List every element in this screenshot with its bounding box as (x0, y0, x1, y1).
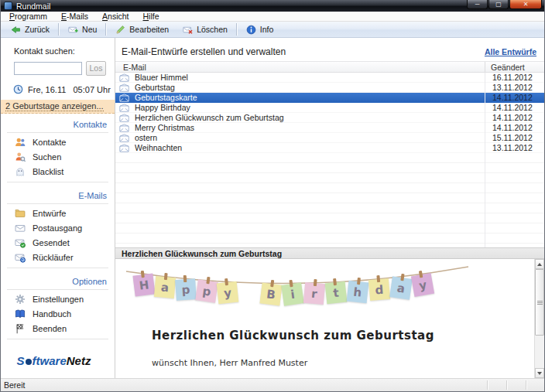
delete-button[interactable]: Löschen (176, 23, 235, 36)
email-date: 13.11.2012 (485, 143, 544, 152)
datetime-text: Fre, 16.11 05:07 Uhr (28, 85, 111, 94)
clothespin-icon (206, 277, 210, 284)
section-header: Optionen (1, 277, 115, 286)
logo-dot-icon (26, 359, 32, 365)
minimize-button[interactable]: ─ (467, 0, 488, 9)
email-name: Blauer Himmel (135, 73, 485, 82)
handbook-book-icon (15, 308, 26, 319)
email-row[interactable]: Geburtstag13.11.2012 (115, 83, 544, 93)
softwarenetz-logo: SftwareNetz (1, 354, 107, 367)
banner-letter: d (375, 282, 384, 297)
sidebar-item-beenden[interactable]: Beenden (1, 322, 115, 336)
banner-letter: p (201, 284, 211, 298)
contacts-icon (15, 137, 26, 148)
page-title: E-Mail-Entwürfe erstellen und verwalten (122, 46, 286, 57)
all-drafts-link[interactable]: Alle Entwürfe (485, 47, 536, 56)
birthday-banner-image: HappyBirthday (123, 262, 471, 324)
menu-item-programm[interactable]: Programm (2, 12, 54, 21)
banner-letter: y (418, 278, 428, 292)
banner-card: y (217, 281, 239, 305)
birthday-alert[interactable]: 2 Geburtstage anzeigen... (1, 100, 115, 114)
sidebar-item-gesendet[interactable]: Gesendet (1, 236, 115, 250)
section-header: E-Mails (1, 191, 115, 200)
search-go-button[interactable]: Los (86, 61, 106, 76)
preview-scrollbar[interactable] (534, 259, 544, 378)
clothespin-icon (376, 275, 380, 282)
info-button[interactable]: Info (239, 23, 281, 36)
section-divider (7, 339, 108, 339)
email-date: 14.11.2012 (485, 113, 544, 122)
new-button[interactable]: Neu (61, 23, 104, 36)
scroll-grip-icon (537, 301, 543, 305)
banner-letter: p (181, 282, 190, 297)
column-header-date[interactable]: Geändert (485, 62, 544, 72)
clothespin-icon (333, 278, 337, 285)
open-envelope-icon (119, 134, 129, 142)
sidebar-item-rückläufer[interactable]: Rückläufer (1, 251, 115, 264)
scroll-up-button[interactable] (535, 259, 544, 269)
toolbar-separator (236, 23, 238, 36)
section-divider (7, 203, 108, 204)
scroll-thumb[interactable] (535, 269, 544, 336)
sidebar-item-entwürfe[interactable]: Entwürfe (1, 206, 115, 220)
banner-card: p (195, 280, 218, 303)
open-envelope-icon (119, 84, 129, 92)
sent-envelope-icon (15, 237, 26, 248)
title-bar: Rundmail ─ ▢ ✕ (1, 0, 544, 12)
menu-item-hilfe[interactable]: Hilfe (136, 12, 166, 21)
email-row[interactable]: Merry Christmas14.11.2012 (115, 123, 544, 133)
menu-item-ansicht[interactable]: Ansicht (95, 12, 135, 21)
column-header-email[interactable]: E-Mail (115, 63, 485, 72)
sidebar-item-suchen[interactable]: Suchen (1, 150, 115, 164)
maximize-button[interactable]: ▢ (488, 0, 509, 9)
clothespin-icon (400, 273, 404, 280)
email-date: 14.11.2012 (485, 123, 544, 132)
delete-mail-icon (183, 25, 193, 35)
clothespin-icon (314, 279, 317, 286)
preview-title-bar: Herzlichen Glückwunsch zum Geburtstag (115, 247, 544, 259)
banner-letter: i (290, 287, 296, 302)
status-text: Bereit (4, 380, 25, 390)
sidebar-section-emails: E-Mails EntwürfePostausgangGesendetRückl… (1, 185, 115, 271)
email-row[interactable]: Herzlichen Glückwunsch zum Geburtstag14.… (115, 113, 544, 123)
banner-card: r (303, 282, 325, 305)
sidebar-item-postausgang[interactable]: Postausgang (1, 221, 115, 235)
main-panel: E-Mail-Entwürfe erstellen und verwalten … (115, 38, 544, 378)
app-window: Rundmail ─ ▢ ✕ ProgrammE-MailsAnsichtHil… (0, 0, 545, 392)
clothespin-icon (357, 278, 361, 285)
email-row[interactable]: Weihnachten13.11.2012 (115, 143, 544, 153)
contact-search-label: Kontakt suchen: (14, 46, 115, 56)
email-list: Blauer Himmel16.11.2012Geburtstag13.11.2… (115, 73, 544, 247)
sidebar-section-optionen: Optionen EinstellungenHandbuchBeenden (1, 271, 115, 342)
email-date: 16.11.2012 (485, 73, 544, 82)
scroll-down-button[interactable] (535, 368, 544, 378)
sidebar-item-label: Kontakte (33, 138, 66, 147)
sidebar-item-label: Postausgang (33, 223, 82, 233)
sidebar-item-kontakte[interactable]: Kontakte (1, 135, 115, 149)
new-mail-icon (68, 25, 78, 35)
section-divider (7, 182, 108, 182)
back-button[interactable]: Zurück (4, 23, 57, 36)
sidebar-item-einstellungen[interactable]: Einstellungen (1, 292, 115, 306)
clock-icon (13, 84, 23, 94)
email-row[interactable]: ostern15.11.2012 (115, 133, 544, 143)
banner-letter: H (139, 278, 150, 292)
banner-letter: r (311, 287, 318, 302)
status-separator (487, 380, 488, 390)
contact-search-input[interactable] (14, 62, 82, 75)
banner-letter: B (266, 287, 276, 302)
email-row[interactable]: Happy Birthday14.11.2012 (115, 103, 544, 113)
close-button[interactable]: ✕ (509, 0, 542, 9)
email-row[interactable]: Geburtstagskarte14.11.2012 (115, 93, 544, 103)
email-row[interactable]: Blauer Himmel16.11.2012 (115, 73, 544, 83)
sidebar-item-blacklist[interactable]: Blacklist (1, 165, 115, 179)
sidebar-item-handbuch[interactable]: Handbuch (1, 307, 115, 321)
toolbar-separator (105, 23, 107, 36)
email-date: 13.11.2012 (485, 83, 544, 92)
edit-button[interactable]: Bearbeiten (108, 23, 176, 36)
menu-item-emails[interactable]: E-Mails (54, 12, 95, 21)
section-divider (7, 289, 108, 290)
banner-card: y (411, 273, 434, 297)
info-icon (246, 25, 256, 35)
sidebar-item-label: Beenden (33, 324, 67, 333)
